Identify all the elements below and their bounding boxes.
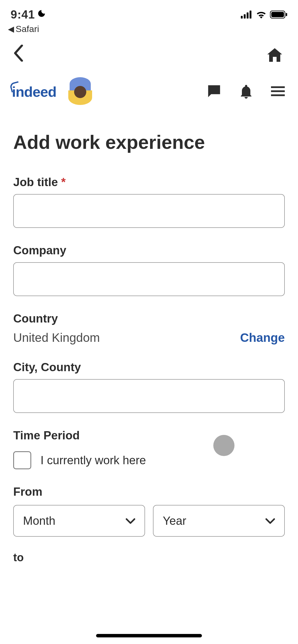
job-title-input[interactable]: [13, 194, 285, 228]
country-value: United Kingdom: [13, 330, 100, 345]
home-button[interactable]: [267, 48, 282, 62]
battery-icon: [270, 11, 287, 19]
back-app-label: Safari: [16, 24, 39, 34]
svg-rect-1: [244, 14, 246, 19]
page-title: Add work experience: [13, 131, 285, 153]
currently-work-label: I currently work here: [40, 454, 146, 467]
job-title-group: Job title *: [13, 176, 285, 228]
header-right: [207, 84, 285, 100]
back-arrow-icon: ◀: [8, 24, 14, 34]
from-select-row: Month Year: [13, 505, 285, 537]
job-title-label: Job title *: [13, 176, 285, 189]
from-year-text: Year: [163, 514, 186, 527]
back-to-safari[interactable]: ◀ Safari: [0, 24, 298, 34]
currently-work-checkbox[interactable]: [13, 451, 31, 469]
company-input[interactable]: [13, 262, 285, 296]
company-group: Company: [13, 244, 285, 296]
svg-rect-5: [271, 12, 284, 17]
menu-icon[interactable]: [271, 86, 285, 98]
city-group: City, County: [13, 361, 285, 413]
city-input[interactable]: [13, 379, 285, 413]
required-indicator: *: [61, 176, 66, 188]
company-label: Company: [13, 244, 285, 257]
svg-rect-3: [250, 11, 251, 19]
time-period-group: Time Period I currently work here: [13, 429, 285, 469]
svg-rect-6: [286, 13, 287, 16]
flower-icon: [64, 76, 96, 108]
svg-rect-0: [241, 16, 243, 19]
country-row: United Kingdom Change: [13, 330, 285, 345]
chevron-down-icon: [265, 515, 275, 526]
chevron-down-icon: [126, 515, 135, 526]
from-label: From: [13, 485, 285, 498]
wifi-icon: [256, 11, 267, 19]
main-content: Add work experience Job title * Company …: [0, 116, 298, 564]
status-time: 9:41: [11, 8, 35, 21]
status-bar: 9:41: [0, 0, 298, 24]
status-right: [241, 11, 287, 19]
from-month-select[interactable]: Month: [13, 505, 145, 537]
notifications-icon[interactable]: [240, 84, 252, 100]
country-group: Country United Kingdom Change: [13, 312, 285, 345]
back-button[interactable]: [13, 45, 24, 65]
moon-icon: [37, 9, 46, 20]
from-group: From Month Year to: [13, 485, 285, 564]
change-country-link[interactable]: Change: [240, 330, 285, 345]
svg-rect-2: [247, 12, 249, 19]
status-left: 9:41: [11, 8, 46, 21]
time-period-label: Time Period: [13, 429, 285, 442]
country-label: Country: [13, 312, 285, 325]
currently-work-row: I currently work here: [13, 451, 285, 469]
signal-icon: [241, 11, 252, 19]
to-label: to: [13, 551, 285, 564]
touch-indicator: [213, 435, 234, 456]
indeed-logo[interactable]: indeed: [12, 84, 56, 100]
app-header: indeed: [0, 73, 298, 116]
from-year-select[interactable]: Year: [153, 505, 285, 537]
city-label: City, County: [13, 361, 285, 374]
from-month-text: Month: [23, 514, 55, 527]
nav-row: [0, 34, 298, 73]
home-indicator[interactable]: [96, 634, 202, 637]
header-left: indeed: [12, 76, 96, 108]
messages-icon[interactable]: [207, 84, 221, 99]
